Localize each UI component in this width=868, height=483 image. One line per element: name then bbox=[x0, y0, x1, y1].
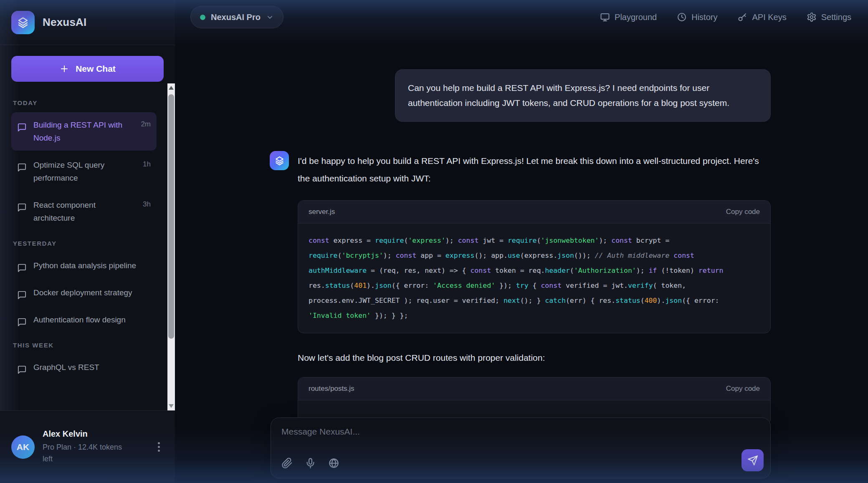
mic-icon bbox=[305, 458, 316, 469]
scrollbar-up-arrow[interactable] bbox=[169, 86, 174, 90]
sidebar-scrollbar[interactable] bbox=[167, 83, 175, 410]
chat-history-item[interactable]: GraphQL vs REST bbox=[11, 355, 157, 380]
key-icon bbox=[737, 12, 747, 22]
user-footer: AK Alex Kelvin Pro Plan · 12.4K tokens l… bbox=[0, 410, 175, 483]
chat-item-title: Authentication flow design bbox=[33, 313, 151, 326]
top-navigation: PlaygroundHistoryAPI KeysSettings bbox=[600, 12, 851, 22]
chat-item-title: Building a REST API with Node.js bbox=[33, 118, 134, 144]
code-line: require('bcryptjs'); const app = express… bbox=[309, 248, 760, 263]
chat-item-title: GraphQL vs REST bbox=[33, 361, 151, 374]
chat-item-time: 3h bbox=[143, 200, 151, 209]
clock-icon bbox=[677, 12, 687, 22]
code-line: authMiddleware = (req, res, next) => { c… bbox=[309, 263, 760, 278]
assistant-followup-text: Now let's add the blog post CRUD routes … bbox=[298, 352, 771, 364]
new-chat-button[interactable]: New Chat bbox=[11, 56, 164, 82]
topnav-label: Settings bbox=[821, 13, 851, 22]
chat-bubble-icon bbox=[17, 363, 27, 372]
user-message: Can you help me build a REST API with Ex… bbox=[395, 69, 771, 122]
assistant-content: I'd be happy to help you build a REST AP… bbox=[298, 151, 771, 425]
code-line: const express = require('express'); cons… bbox=[309, 233, 760, 248]
code-line: 'Invalid token' }); } }; bbox=[309, 308, 760, 323]
topnav-item-api-keys[interactable]: API Keys bbox=[737, 12, 786, 22]
assistant-intro-text: I'd be happy to help you build a REST AP… bbox=[298, 152, 771, 187]
monitor-icon bbox=[600, 12, 610, 22]
code-filename: server.js bbox=[309, 208, 335, 216]
message-thread: Can you help me build a REST API with Ex… bbox=[270, 69, 771, 425]
assistant-avatar bbox=[270, 151, 289, 170]
copy-code-button[interactable]: Copy code bbox=[726, 385, 760, 393]
topnav-label: API Keys bbox=[752, 13, 786, 22]
app-title: NexusAI bbox=[43, 16, 86, 29]
topbar: NexusAI Pro PlaygroundHistoryAPI KeysSet… bbox=[175, 0, 868, 34]
chat-bubble-icon bbox=[17, 121, 27, 130]
chat-history-item[interactable]: React component architecture3h bbox=[11, 192, 157, 231]
chevron-down-icon bbox=[266, 13, 274, 21]
sidebar: NexusAI New Chat TODAYBuilding a REST AP… bbox=[0, 0, 175, 483]
model-status-dot bbox=[200, 15, 205, 20]
scrollbar-thumb[interactable] bbox=[168, 94, 174, 339]
user-plan: Pro Plan · 12.4K tokens left bbox=[43, 441, 126, 465]
app-logo bbox=[11, 11, 35, 34]
section-label: TODAY bbox=[13, 99, 155, 106]
code-block-header: server.jsCopy code bbox=[298, 201, 770, 224]
composer-tool-web[interactable] bbox=[328, 458, 339, 470]
topnav-label: Playground bbox=[615, 13, 657, 22]
code-line: process.env.JWT_SECRET ); req.user = ver… bbox=[309, 293, 760, 308]
send-icon bbox=[747, 455, 758, 466]
scrollbar-down-arrow[interactable] bbox=[169, 404, 174, 408]
copy-code-button[interactable]: Copy code bbox=[726, 208, 760, 216]
composer-tool-voice[interactable] bbox=[305, 458, 316, 470]
chat-item-time: 1h bbox=[143, 160, 151, 169]
topnav-item-playground[interactable]: Playground bbox=[600, 12, 657, 22]
chat-history-item[interactable]: Docker deployment strategy bbox=[11, 280, 157, 305]
app-window: NexusAI New Chat TODAYBuilding a REST AP… bbox=[0, 0, 868, 483]
assistant-message: I'd be happy to help you build a REST AP… bbox=[270, 151, 771, 425]
chat-bubble-icon bbox=[17, 288, 27, 298]
sidebar-header: NexusAI bbox=[0, 0, 175, 45]
section-label: YESTERDAY bbox=[13, 240, 155, 247]
model-label: NexusAI Pro bbox=[211, 13, 261, 22]
chat-item-title: Python data analysis pipeline bbox=[33, 259, 151, 272]
chat-history-item[interactable]: Python data analysis pipeline bbox=[11, 253, 157, 278]
user-menu-button[interactable] bbox=[155, 438, 162, 456]
chat-item-title: Docker deployment strategy bbox=[33, 286, 151, 299]
chat-bubble-icon bbox=[17, 315, 27, 325]
send-button[interactable] bbox=[741, 449, 764, 471]
chat-history-item[interactable]: Optimize SQL query performance1h bbox=[11, 152, 157, 191]
composer-tool-attach[interactable] bbox=[281, 458, 293, 470]
chat-item-title: React component architecture bbox=[33, 199, 136, 224]
avatar: AK bbox=[11, 435, 35, 459]
chat-history-item[interactable]: Authentication flow design bbox=[11, 307, 157, 332]
chat-scroll-area[interactable]: Can you help me build a REST API with Ex… bbox=[175, 34, 868, 483]
paperclip-icon bbox=[281, 458, 293, 469]
chat-item-title: Optimize SQL query performance bbox=[33, 158, 136, 184]
chat-item-time: 2m bbox=[141, 120, 151, 128]
code-line: res.status(401).json({ error: 'Access de… bbox=[309, 278, 760, 293]
chat-history-item[interactable]: Building a REST API with Node.js2m bbox=[11, 112, 157, 151]
chat-bubble-icon bbox=[17, 261, 27, 271]
user-name: Alex Kelvin bbox=[43, 429, 147, 439]
code-block-header: routes/posts.jsCopy code bbox=[298, 377, 770, 400]
code-block-body: const express = require('express'); cons… bbox=[298, 224, 770, 333]
new-chat-label: New Chat bbox=[76, 64, 116, 74]
section-label: THIS WEEK bbox=[13, 342, 155, 349]
layers-icon bbox=[17, 16, 29, 29]
chat-history-list: TODAYBuilding a REST API with Node.js2mO… bbox=[0, 86, 175, 410]
code-filename: routes/posts.js bbox=[309, 385, 354, 393]
message-composer: Message NexusAI... bbox=[271, 418, 771, 478]
user-info: Alex Kelvin Pro Plan · 12.4K tokens left bbox=[43, 429, 147, 465]
topnav-label: History bbox=[691, 13, 717, 22]
chat-bubble-icon bbox=[17, 201, 27, 210]
topnav-item-settings[interactable]: Settings bbox=[807, 12, 851, 22]
composer-tools bbox=[281, 458, 339, 470]
message-input[interactable]: Message NexusAI... bbox=[281, 427, 733, 437]
chat-bubble-icon bbox=[17, 161, 27, 170]
main-area: NexusAI Pro PlaygroundHistoryAPI KeysSet… bbox=[175, 0, 868, 483]
globe-icon bbox=[328, 458, 339, 469]
gear-icon bbox=[807, 12, 817, 22]
topnav-item-history[interactable]: History bbox=[677, 12, 717, 22]
model-selector[interactable]: NexusAI Pro bbox=[190, 6, 283, 28]
code-block-server-js: server.jsCopy codeconst express = requir… bbox=[298, 200, 771, 333]
layers-icon bbox=[274, 156, 285, 166]
plus-icon bbox=[59, 64, 69, 74]
